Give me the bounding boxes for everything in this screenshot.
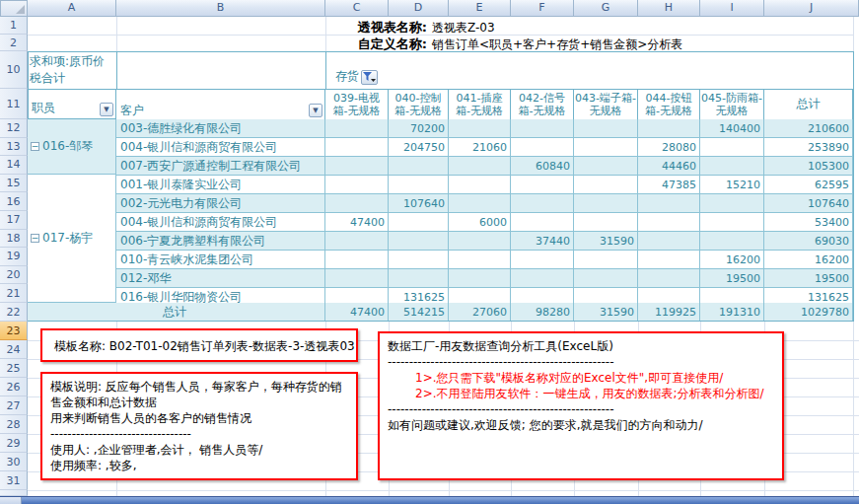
value-cell[interactable] xyxy=(511,194,574,212)
customer-cell[interactable]: 003-德胜绿化有限公司 xyxy=(116,119,325,137)
bottom-scrollbar-strip[interactable] xyxy=(0,496,859,504)
value-cell[interactable] xyxy=(511,138,574,156)
value-cell[interactable]: 140400 xyxy=(700,119,764,137)
value-cell[interactable] xyxy=(574,157,638,175)
row-header[interactable]: 15 xyxy=(0,175,28,193)
row-header[interactable]: 20 xyxy=(0,266,28,285)
value-cell[interactable]: 204750 xyxy=(389,138,449,156)
value-cell[interactable] xyxy=(389,251,449,268)
value-cell[interactable] xyxy=(638,213,700,231)
row-header[interactable]: 1 xyxy=(0,17,28,35)
staff-dropdown-button[interactable]: ▼ xyxy=(100,103,113,116)
value-cell[interactable]: 107640 xyxy=(764,194,853,212)
column-header[interactable]: A xyxy=(28,0,116,17)
value-cell[interactable] xyxy=(700,157,764,175)
value-cell[interactable] xyxy=(638,232,700,250)
value-cell[interactable]: 62595 xyxy=(764,176,853,193)
total-value-cell[interactable]: 1029780 xyxy=(764,303,853,321)
value-cell[interactable]: 44460 xyxy=(638,157,700,175)
total-value-cell[interactable]: 31590 xyxy=(574,303,638,321)
column-header[interactable]: D xyxy=(389,0,449,17)
row-header[interactable]: 21 xyxy=(0,284,28,303)
column-header[interactable]: E xyxy=(449,0,511,17)
value-cell[interactable] xyxy=(325,119,389,137)
customer-cell[interactable]: 012-邓华 xyxy=(116,269,325,287)
staff-group-cell[interactable]: − 017-杨宇 xyxy=(28,175,116,303)
column-header[interactable]: J xyxy=(764,0,859,17)
row-header[interactable]: 29 xyxy=(0,434,28,453)
total-value-cell[interactable]: 27060 xyxy=(449,303,511,321)
grand-total-label[interactable]: 总计 xyxy=(28,303,325,321)
value-cell[interactable] xyxy=(389,213,449,231)
value-cell[interactable] xyxy=(574,213,638,231)
row-header[interactable]: 27 xyxy=(0,396,28,415)
row-header[interactable]: 14 xyxy=(0,156,28,175)
row-header[interactable]: 24 xyxy=(0,340,28,359)
pivot-column-header[interactable]: 041-插座箱-无规格 xyxy=(449,89,511,119)
value-cell[interactable] xyxy=(638,194,700,212)
value-cell[interactable] xyxy=(449,251,511,268)
value-cell[interactable]: 47400 xyxy=(325,213,389,231)
pivot-name-value[interactable]: 透视表Z-03 xyxy=(432,20,495,36)
column-header[interactable]: F xyxy=(511,0,574,17)
value-cell[interactable]: 21060 xyxy=(449,138,511,156)
value-cell[interactable]: 60840 xyxy=(511,157,574,175)
total-value-cell[interactable]: 98280 xyxy=(511,303,574,321)
row-header[interactable]: 2 xyxy=(0,35,28,51)
value-cell[interactable] xyxy=(449,232,511,250)
value-cell[interactable] xyxy=(389,176,449,193)
customer-cell[interactable]: 002-元光电力有限公司 xyxy=(116,194,325,212)
value-cell[interactable] xyxy=(638,269,700,287)
value-cell[interactable] xyxy=(325,251,389,268)
pivot-total-column-header[interactable]: 总计 xyxy=(764,89,853,119)
value-cell[interactable] xyxy=(574,138,638,156)
value-cell[interactable]: 210600 xyxy=(764,119,853,137)
row-header[interactable]: 30 xyxy=(0,453,28,471)
value-cell[interactable]: 16200 xyxy=(764,251,853,268)
value-cell[interactable] xyxy=(511,251,574,268)
value-cell[interactable]: 253890 xyxy=(764,138,853,156)
value-cell[interactable] xyxy=(700,138,764,156)
column-header[interactable]: H xyxy=(638,0,700,17)
row-header[interactable]: 31 xyxy=(0,471,28,490)
customer-cell[interactable]: 007-西安广源通控制工程有限公司 xyxy=(116,157,325,175)
value-cell[interactable] xyxy=(389,269,449,287)
value-cell[interactable] xyxy=(325,232,389,250)
row-header[interactable]: 10 xyxy=(0,51,28,89)
pivot-column-header[interactable]: 039-电视箱-无规格 xyxy=(325,89,389,119)
value-cell[interactable] xyxy=(325,176,389,193)
value-cell[interactable] xyxy=(638,251,700,268)
value-cell[interactable] xyxy=(325,269,389,287)
value-cell[interactable] xyxy=(449,176,511,193)
value-cell[interactable]: 47385 xyxy=(638,176,700,193)
value-cell[interactable] xyxy=(574,269,638,287)
row-header[interactable]: 18 xyxy=(0,230,28,249)
row-header[interactable]: 25 xyxy=(0,359,28,378)
value-cell[interactable] xyxy=(511,176,574,193)
row-header[interactable]: 26 xyxy=(0,378,28,396)
customer-cell[interactable]: 004-银川信和源商贸有限公司 xyxy=(116,213,325,231)
value-cell[interactable]: 31590 xyxy=(574,232,638,250)
value-cell[interactable] xyxy=(449,269,511,287)
value-cell[interactable] xyxy=(700,213,764,231)
customer-cell[interactable]: 004-银川信和源商贸有限公司 xyxy=(116,138,325,156)
inventory-filter-cell[interactable]: 存货 xyxy=(325,51,410,89)
row-header[interactable]: 28 xyxy=(0,415,28,434)
value-cell[interactable]: 53400 xyxy=(764,213,853,231)
value-cell[interactable] xyxy=(449,157,511,175)
value-cell[interactable] xyxy=(700,194,764,212)
pivot-column-header[interactable]: 044-按钮箱-无规格 xyxy=(638,89,700,119)
collapse-icon[interactable]: − xyxy=(31,234,39,243)
value-cell[interactable] xyxy=(511,119,574,137)
filter-funnel-button[interactable] xyxy=(361,70,378,85)
row-header[interactable]: 22 xyxy=(0,303,28,322)
value-cell[interactable] xyxy=(389,232,449,250)
pivot-column-header[interactable]: 045-防雨箱-无规格 xyxy=(700,89,764,119)
value-cell[interactable]: 70200 xyxy=(389,119,449,137)
pivot-name-label[interactable]: 透视表名称: xyxy=(259,19,427,36)
pivot-column-header[interactable]: 042-信号箱-无规格 xyxy=(511,89,574,119)
value-cell[interactable] xyxy=(325,157,389,175)
column-header[interactable]: B xyxy=(116,0,325,17)
value-cell[interactable]: 19500 xyxy=(700,269,764,287)
total-value-cell[interactable]: 514215 xyxy=(389,303,449,321)
